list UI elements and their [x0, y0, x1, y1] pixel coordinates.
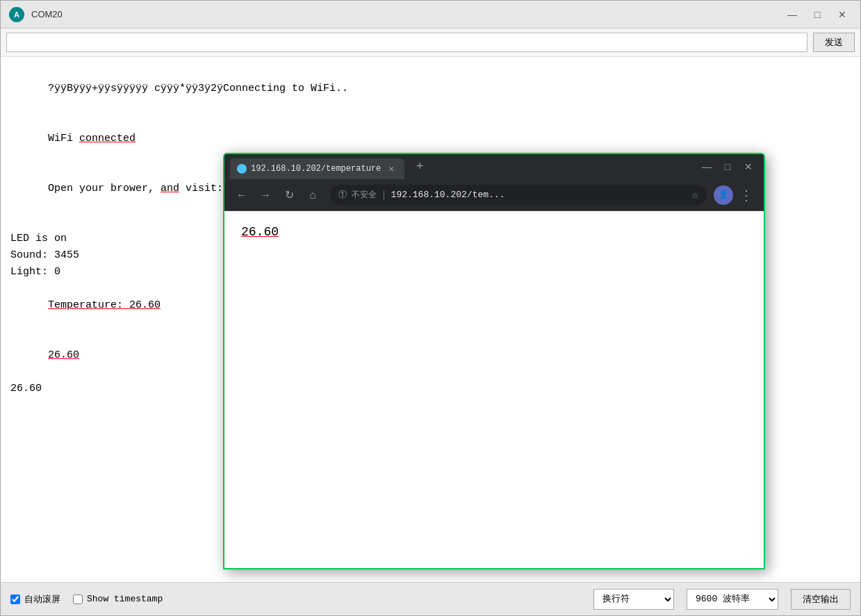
window-controls: — □ ✕ [782, 6, 852, 23]
timestamp-text: Show timestamp [87, 594, 163, 604]
tab-close-button[interactable]: ✕ [385, 163, 397, 175]
browser-close-button[interactable]: ✕ [739, 157, 758, 176]
line-ending-dropdown[interactable]: 没有行末结尾 换行符 回车符 换行并回车 [593, 589, 674, 610]
status-bar: 自动滚屏 Show timestamp 没有行末结尾 换行符 回车符 换行并回车… [1, 582, 860, 615]
address-bar-url: 192.168.10.202/tem... [391, 190, 688, 200]
arduino-logo: A [9, 7, 24, 22]
security-indicator: ① 不安全 [338, 189, 377, 201]
window-title: COM20 [31, 9, 782, 19]
browser-maximize-button[interactable]: □ [718, 157, 737, 176]
timestamp-checkbox[interactable] [73, 594, 83, 604]
serial-line-0: ?ÿÿBÿÿÿ+ÿÿsÿÿÿÿÿ cÿÿÿ*ÿÿ3ÿ2ÿConnecting t… [10, 64, 851, 114]
browser-minimize-button[interactable]: — [697, 157, 716, 176]
send-button[interactable]: 发送 [813, 33, 855, 52]
baud-rate-dropdown[interactable]: 300 波特率 1200 波特率 2400 波特率 4800 波特率 9600 … [687, 589, 778, 610]
browser-tab-bar: 192.168.10.202/temperature ✕ + — □ ✕ [224, 154, 764, 179]
serial-monitor-content: ?ÿÿBÿÿÿ+ÿÿsÿÿÿÿÿ cÿÿÿ*ÿÿ3ÿ2ÿConnecting t… [1, 57, 860, 582]
page-temperature-value: 26.60 [241, 225, 279, 239]
temperature-text: Temperature: 26.60 [48, 299, 161, 311]
main-window: A COM20 — □ ✕ 发送 ?ÿÿBÿÿÿ+ÿÿsÿÿÿÿÿ cÿÿÿ*ÿ… [0, 0, 861, 616]
address-bar[interactable]: ① 不安全 | 192.168.10.202/tem... ☆ [330, 185, 707, 206]
browser-nav-bar: ← → ↻ ⌂ ① 不安全 | 192.168.10.202/tem... ☆ … [224, 179, 764, 211]
wifi-connected-text: connected [79, 133, 136, 144]
back-button[interactable]: ← [231, 185, 252, 206]
browser-window: 192.168.10.202/temperature ✕ + — □ ✕ ← →… [223, 153, 765, 569]
send-input[interactable] [6, 33, 807, 52]
forward-button[interactable]: → [255, 185, 276, 206]
browser-window-controls: — □ ✕ [697, 157, 758, 176]
browser-page-content: 26.60 [224, 211, 764, 568]
svg-point-0 [239, 166, 245, 172]
tab-title: 192.168.10.202/temperature [251, 164, 381, 174]
minimize-button[interactable]: — [782, 6, 802, 23]
and-text: and [161, 183, 179, 194]
browser-tab[interactable]: 192.168.10.202/temperature ✕ [230, 158, 404, 179]
browser-menu-button[interactable]: ⋮ [736, 185, 757, 206]
autoscroll-text: 自动滚屏 [24, 593, 60, 606]
tab-favicon [237, 164, 247, 174]
autoscroll-label[interactable]: 自动滚屏 [10, 593, 60, 606]
reload-button[interactable]: ↻ [279, 185, 300, 206]
timestamp-label[interactable]: Show timestamp [73, 594, 163, 604]
browser-profile-icon[interactable]: 👤 [714, 185, 733, 205]
clear-output-button[interactable]: 清空输出 [791, 589, 851, 610]
bookmark-icon[interactable]: ☆ [691, 188, 698, 202]
close-button[interactable]: ✕ [833, 6, 852, 23]
maximize-button[interactable]: □ [807, 6, 827, 23]
temp-value-1: 26.60 [48, 349, 79, 361]
title-bar: A COM20 — □ ✕ [1, 1, 860, 28]
autoscroll-checkbox[interactable] [10, 594, 20, 604]
home-button[interactable]: ⌂ [302, 185, 323, 206]
toolbar: 发送 [1, 28, 860, 57]
new-tab-button[interactable]: + [410, 157, 429, 176]
